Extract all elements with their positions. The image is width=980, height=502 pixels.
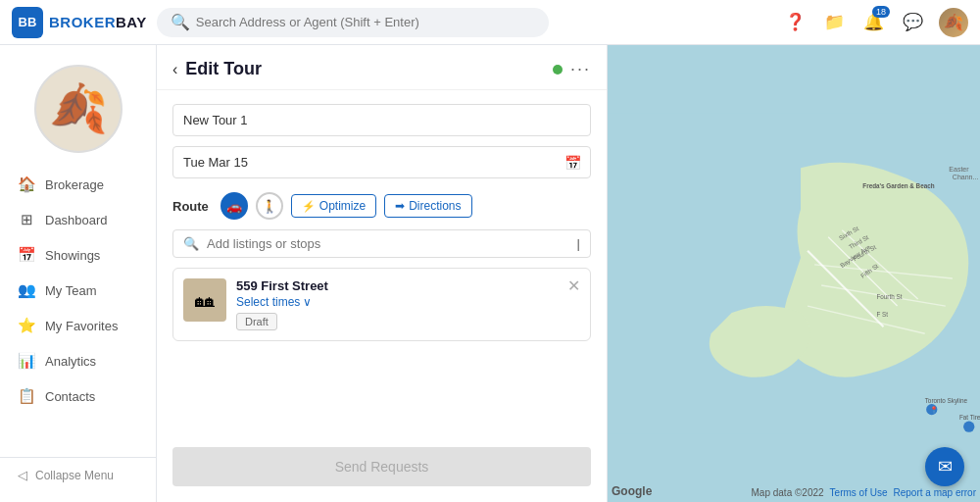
- draft-badge: Draft: [236, 313, 277, 330]
- map-data-text: Map data ©2022: [752, 487, 824, 498]
- map-area: Bayview Ave Fifth St Fourth St Third St …: [608, 45, 980, 502]
- cursor-indicator: |: [577, 236, 580, 251]
- optimize-icon: ⚡: [302, 200, 316, 213]
- avatar[interactable]: 🍂: [939, 8, 968, 37]
- listing-info: 559 First Street Select times ∨ Draft: [236, 278, 580, 330]
- sidebar-item-label: Brokerage: [45, 177, 104, 192]
- stops-search-icon: 🔍: [183, 236, 199, 251]
- showings-icon: 📅: [18, 246, 35, 264]
- sidebar-item-my-team[interactable]: 👥 My Team: [0, 273, 156, 308]
- tour-date-input[interactable]: [172, 146, 591, 178]
- search-icon: 🔍: [171, 13, 190, 31]
- directions-button[interactable]: ➡ Directions: [384, 194, 471, 218]
- sidebar: 🍂 🏠 Brokerage ⊞ Dashboard 📅 Showings 👥 M…: [0, 45, 157, 502]
- remove-listing-button[interactable]: ✕: [567, 276, 580, 295]
- search-bar[interactable]: 🔍: [157, 8, 549, 37]
- status-dot: [553, 65, 563, 75]
- svg-text:📍: 📍: [930, 406, 938, 414]
- collapse-menu-label: Collapse Menu: [35, 469, 114, 482]
- dashboard-icon: ⊞: [18, 211, 35, 228]
- nav-icons: ❓ 📁 🔔 18 💬 🍂: [782, 8, 968, 37]
- content-area: ‹ Edit Tour ··· 📅 Route 🚗 🚶 ⚡ Opt: [157, 45, 980, 502]
- contacts-icon: 📋: [18, 387, 35, 405]
- team-icon: 👥: [18, 281, 35, 299]
- logo: BB BROKERBAY: [12, 7, 147, 38]
- app-name: BROKERBAY: [49, 14, 147, 30]
- date-wrapper: 📅: [172, 146, 591, 178]
- map-svg: Bayview Ave Fifth St Fourth St Third St …: [608, 45, 980, 502]
- sidebar-item-my-favorites[interactable]: ⭐ My Favorites: [0, 308, 156, 343]
- walk-mode-button[interactable]: 🚶: [256, 192, 283, 220]
- report-map-error[interactable]: Report a map error: [894, 487, 976, 498]
- directions-icon: ➡: [395, 199, 405, 213]
- sidebar-item-showings[interactable]: 📅 Showings: [0, 237, 156, 273]
- select-times-button[interactable]: Select times ∨: [236, 295, 580, 309]
- house-icon: 🏘: [195, 289, 215, 312]
- sidebar-item-label: My Favorites: [45, 319, 118, 333]
- listing-address: 559 First Street: [236, 278, 580, 293]
- svg-text:Freda's Garden & Beach: Freda's Garden & Beach: [862, 182, 934, 189]
- google-logo: Google: [612, 484, 652, 498]
- sidebar-item-label: Showings: [45, 248, 100, 263]
- send-requests-label: Send Requests: [335, 459, 429, 475]
- svg-point-25: [963, 422, 974, 432]
- google-credit: Google: [612, 484, 652, 498]
- svg-text:Chann...: Chann...: [953, 174, 979, 180]
- stops-search-input[interactable]: [207, 236, 569, 251]
- search-input[interactable]: [196, 15, 535, 29]
- chat-icon[interactable]: 💬: [900, 10, 925, 35]
- sidebar-nav: 🏠 Brokerage ⊞ Dashboard 📅 Showings 👥 My …: [0, 167, 156, 457]
- svg-text:F St: F St: [876, 311, 888, 318]
- notifications-icon[interactable]: 🔔 18: [860, 10, 886, 35]
- select-times-chevron: ∨: [303, 295, 312, 309]
- profile-image: 🍂: [49, 81, 108, 136]
- sidebar-item-analytics[interactable]: 📊 Analytics: [0, 343, 156, 378]
- tour-name-input[interactable]: [172, 104, 591, 136]
- collapse-icon: ◁: [18, 468, 27, 482]
- sidebar-bottom: ◁ Collapse Menu: [0, 457, 156, 492]
- listing-thumbnail: 🏘: [183, 278, 226, 322]
- panel-body: 📅 Route 🚗 🚶 ⚡ Optimize ➡ Directions: [157, 90, 607, 447]
- route-section: Route 🚗 🚶 ⚡ Optimize ➡ Directions: [172, 192, 591, 220]
- optimize-button[interactable]: ⚡ Optimize: [291, 194, 376, 218]
- sidebar-item-dashboard[interactable]: ⊞ Dashboard: [0, 202, 156, 237]
- svg-text:Fat Tire Toronto: Fat Tire Toronto: [959, 414, 980, 421]
- main-layout: 🍂 🏠 Brokerage ⊞ Dashboard 📅 Showings 👥 M…: [0, 45, 980, 502]
- more-options-button[interactable]: ···: [570, 59, 591, 79]
- terms-of-use[interactable]: Terms of Use: [830, 487, 888, 498]
- sidebar-item-brokerage[interactable]: 🏠 Brokerage: [0, 167, 156, 202]
- sidebar-item-label: My Team: [45, 283, 97, 298]
- sidebar-item-label: Dashboard: [45, 213, 108, 227]
- send-requests-button[interactable]: Send Requests: [172, 447, 591, 486]
- sidebar-item-contacts[interactable]: 📋 Contacts: [0, 378, 156, 414]
- optimize-label: Optimize: [319, 199, 366, 213]
- svg-text:Fourth St: Fourth St: [876, 293, 902, 300]
- chat-fab-button[interactable]: ✉: [925, 447, 964, 486]
- notification-badge: 18: [872, 6, 890, 18]
- route-label: Route: [172, 199, 209, 214]
- select-times-label: Select times: [236, 295, 300, 309]
- folder-icon[interactable]: 📁: [821, 10, 847, 35]
- calendar-icon[interactable]: 📅: [564, 155, 581, 171]
- panel-title: Edit Tour: [185, 59, 545, 79]
- map-background: Bayview Ave Fifth St Fourth St Third St …: [608, 45, 980, 502]
- collapse-menu-button[interactable]: ◁ Collapse Menu: [18, 468, 138, 482]
- logo-icon: BB: [12, 7, 43, 38]
- top-navigation: BB BROKERBAY 🔍 ❓ 📁 🔔 18 💬 🍂: [0, 0, 980, 45]
- map-credits-right: Map data ©2022 Terms of Use Report a map…: [752, 487, 976, 498]
- sidebar-item-label: Analytics: [45, 354, 96, 369]
- svg-text:Toronto Skyline: Toronto Skyline: [925, 397, 968, 405]
- profile-avatar[interactable]: 🍂: [34, 65, 122, 153]
- profile-section: 🍂: [0, 55, 156, 167]
- directions-label: Directions: [409, 199, 461, 213]
- drive-mode-button[interactable]: 🚗: [220, 192, 248, 220]
- listing-item: 🏘 559 First Street Select times ∨ Draft …: [172, 268, 591, 341]
- help-icon[interactable]: ❓: [782, 10, 808, 35]
- sidebar-item-label: Contacts: [45, 389, 95, 404]
- edit-tour-panel: ‹ Edit Tour ··· 📅 Route 🚗 🚶 ⚡ Opt: [157, 45, 608, 502]
- home-icon: 🏠: [18, 176, 35, 193]
- search-stops-bar[interactable]: 🔍 |: [172, 229, 591, 258]
- panel-header: ‹ Edit Tour ···: [157, 45, 607, 90]
- svg-text:Easter: Easter: [949, 166, 969, 173]
- back-button[interactable]: ‹: [172, 61, 177, 78]
